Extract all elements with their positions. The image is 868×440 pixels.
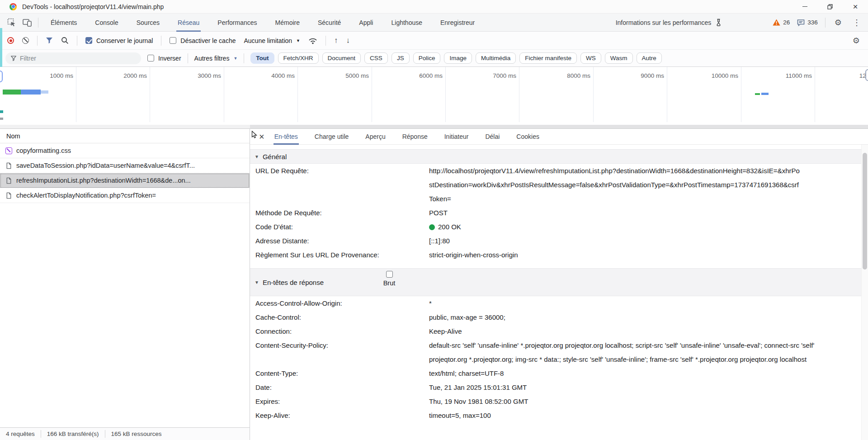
export-har-icon[interactable]: ↓: [346, 36, 350, 45]
chip-manifest[interactable]: Fichier manifeste: [519, 52, 577, 64]
header-row-connection: Connection: Keep-Alive: [250, 324, 861, 338]
detail-tab-payload[interactable]: Charge utile: [314, 129, 350, 145]
restore-button[interactable]: [817, 0, 843, 14]
chip-other[interactable]: Autre: [637, 52, 662, 64]
warnings-counter[interactable]: 26: [773, 19, 790, 26]
resources-size: 165 kB ressources: [105, 431, 168, 437]
raw-headers-toggle[interactable]: Brut: [376, 271, 403, 287]
preserve-log-checkbox[interactable]: Conserver le journal: [85, 37, 153, 44]
chip-image[interactable]: Image: [444, 52, 472, 64]
tab-performance[interactable]: Performances: [216, 14, 258, 32]
tab-sources[interactable]: Sources: [135, 14, 161, 32]
header-value: http://localhost/projeqtorV11.4/view/ref…: [429, 164, 802, 206]
tab-application[interactable]: Appli: [358, 14, 374, 32]
header-row-csp: Content-Security-Policy: default-src 'se…: [250, 338, 861, 366]
import-har-icon[interactable]: ↑: [334, 36, 338, 45]
chip-all[interactable]: Tout: [250, 52, 274, 64]
response-headers-section-header[interactable]: ▼ En-têtes de réponse Brut: [250, 268, 861, 296]
overview-right-handle[interactable]: [865, 69, 868, 81]
timeline-tick-label: 1000 ms: [50, 72, 73, 79]
vertical-scrollbar[interactable]: [861, 145, 868, 440]
general-section-header[interactable]: ▼ Général: [250, 149, 861, 164]
tabbar-right-cluster: Informations sur les performances 26 336…: [616, 18, 868, 28]
detail-tab-cookies[interactable]: Cookies: [515, 129, 540, 145]
overview-bar-blue: [21, 90, 41, 95]
collapse-triangle-icon: ▼: [255, 280, 259, 285]
disable-cache-label: Désactiver le cache: [180, 37, 236, 44]
record-network-log-icon[interactable]: [7, 37, 14, 44]
column-header-name[interactable]: Nom: [0, 129, 250, 143]
settings-gear-icon[interactable]: ⚙: [833, 19, 844, 27]
kebab-menu-icon[interactable]: ⋮: [851, 19, 863, 27]
timeline-tick-label: 10000 ms: [712, 72, 738, 79]
tab-lighthouse[interactable]: Lighthouse: [390, 14, 424, 32]
inspect-element-icon[interactable]: [7, 18, 16, 27]
chip-wasm[interactable]: Wasm: [605, 52, 633, 64]
response-headers-section-title: En-têtes de réponse: [263, 279, 324, 286]
horizontal-scrollbar-thumb[interactable]: [250, 125, 868, 128]
window-title: DevTools - localhost/projeqtorV11.4/view…: [22, 3, 164, 10]
disable-cache-checkbox[interactable]: Désactiver le cache: [170, 37, 236, 44]
detail-tab-preview[interactable]: Aperçu: [364, 129, 386, 145]
chip-document[interactable]: Document: [322, 52, 361, 64]
header-value: *: [429, 296, 432, 310]
header-row-date: Date: Tue, 21 Jan 2025 15:01:31 GMT: [250, 380, 861, 394]
filter-input[interactable]: [20, 55, 136, 62]
request-row[interactable]: checkAlertToDisplayNotification.php?csrf…: [0, 188, 250, 203]
timeline-gridline: 8000 ms: [593, 67, 594, 122]
chip-ws[interactable]: WS: [580, 52, 601, 64]
invert-checkbox[interactable]: Inverser: [147, 55, 181, 62]
separator: [188, 53, 188, 63]
detail-tab-initiator[interactable]: Initiateur: [443, 129, 470, 145]
tab-memory[interactable]: Mémoire: [274, 14, 301, 32]
detail-tab-timing[interactable]: Délai: [484, 129, 500, 145]
overview-dash-blue: [761, 93, 769, 95]
detail-tab-headers[interactable]: En-têtes: [274, 129, 299, 145]
network-overview-timeline[interactable]: 1000 ms 2000 ms 3000 ms 4000 ms 5000 ms …: [0, 67, 868, 129]
request-row[interactable]: saveDataToSession.php?idData=userName&va…: [0, 158, 250, 173]
timeline-tick-label: 4000 ms: [271, 72, 295, 79]
vertical-scrollbar-thumb[interactable]: [863, 153, 867, 270]
tab-elements[interactable]: Éléments: [49, 14, 78, 32]
timeline-tick-label: 8000 ms: [567, 72, 590, 79]
device-toolbar-icon[interactable]: [23, 19, 32, 27]
tab-security[interactable]: Sécurité: [316, 14, 342, 32]
chip-media[interactable]: Multimédia: [476, 52, 516, 64]
collapse-triangle-icon: ▼: [255, 154, 259, 159]
network-settings-gear-icon[interactable]: ⚙: [851, 37, 862, 45]
checkbox-unchecked-icon: [147, 55, 154, 62]
chip-js[interactable]: JS: [392, 52, 410, 64]
close-details-icon[interactable]: ×: [256, 132, 267, 141]
throttling-value: Aucune limitation: [244, 37, 292, 44]
header-label: URL De Requête:: [250, 164, 429, 178]
tab-console[interactable]: Console: [94, 14, 119, 32]
horizontal-scrollbar[interactable]: [0, 125, 868, 128]
close-button[interactable]: ×: [843, 0, 868, 14]
chip-css[interactable]: CSS: [364, 52, 388, 64]
chevron-down-icon: ▼: [296, 38, 300, 43]
tab-network[interactable]: Réseau: [176, 14, 201, 32]
search-icon[interactable]: [61, 37, 69, 44]
more-filters-dropdown[interactable]: Autres filtres ▼: [194, 55, 238, 62]
chip-fetch-xhr[interactable]: Fetch/XHR: [278, 52, 319, 64]
minimize-button[interactable]: [792, 0, 817, 14]
chip-font[interactable]: Police: [413, 52, 441, 64]
performance-insights-label: Informations sur les performances: [616, 19, 712, 26]
flask-icon: [715, 19, 722, 26]
messages-counter[interactable]: 336: [797, 19, 818, 26]
network-conditions-icon[interactable]: [308, 37, 317, 44]
request-row-selected[interactable]: refreshImputationList.php?destinationWid…: [0, 173, 250, 188]
clear-network-log-icon[interactable]: [22, 37, 29, 44]
document-file-icon: [5, 177, 12, 184]
tab-performance-insights[interactable]: Informations sur les performances: [616, 19, 722, 26]
tab-recorder[interactable]: Enregistreur: [439, 14, 476, 32]
filter-funnel-icon[interactable]: [46, 37, 53, 44]
request-row[interactable]: copyformatting.css: [0, 143, 250, 158]
network-main-split: Nom copyformatting.css saveDataToSession…: [0, 129, 868, 440]
overview-left-handle[interactable]: [0, 71, 3, 82]
preserve-log-label: Conserver le journal: [96, 37, 153, 44]
network-filter-bar: Inverser Autres filtres ▼ Tout Fetch/XHR…: [0, 50, 868, 67]
separator: [825, 18, 826, 28]
throttling-dropdown[interactable]: Aucune limitation ▼: [244, 37, 300, 44]
detail-tab-response[interactable]: Réponse: [401, 129, 429, 145]
